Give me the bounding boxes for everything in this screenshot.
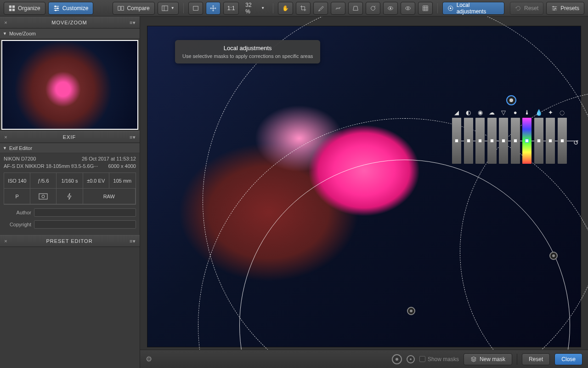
separator (183, 3, 184, 13)
show-masks-label: Show masks (428, 356, 459, 362)
eq-slider[interactable] (522, 118, 531, 164)
mask-handle[interactable] (407, 307, 415, 315)
presets-button[interactable]: Presets (546, 2, 584, 15)
spot-tool[interactable] (366, 2, 380, 15)
eq-slider[interactable] (534, 118, 543, 164)
eq-slider[interactable] (487, 118, 497, 164)
eq-slider[interactable] (558, 118, 567, 164)
panel-title: EXIF (9, 134, 130, 140)
hand-tool[interactable]: ✋ (278, 2, 293, 15)
sliders-icon (53, 5, 60, 12)
presets-label: Presets (560, 5, 579, 12)
svg-rect-8 (121, 6, 124, 10)
mask-handle[interactable] (549, 252, 558, 260)
microcontrast-icon[interactable]: ◉ (475, 109, 485, 116)
eq-slider[interactable] (452, 118, 461, 164)
svg-rect-3 (12, 8, 15, 11)
close-label: Close (561, 356, 576, 362)
visibility-tool[interactable] (401, 2, 415, 15)
exposure-icon[interactable]: ◢ (452, 109, 461, 116)
eq-slider[interactable] (464, 118, 473, 164)
bottom-reset-button[interactable]: Reset (522, 353, 550, 365)
close-icon[interactable]: × (3, 238, 9, 244)
mask-point-button[interactable] (392, 354, 402, 364)
move-tool-button[interactable] (206, 2, 220, 15)
equalizer-reset-icon[interactable]: ↺ (573, 139, 579, 146)
exif-format: RAW (83, 189, 136, 204)
perspective-tool[interactable] (348, 2, 363, 15)
redeye-tool[interactable] (383, 2, 398, 15)
crop-tool[interactable] (296, 2, 311, 15)
vibrancy-icon[interactable]: ☁ (487, 109, 497, 116)
image-canvas[interactable]: Local adjustments Use selective masks to… (147, 26, 581, 347)
author-field[interactable] (34, 208, 136, 217)
reset-icon (515, 5, 521, 12)
panel-title: MOVE/ZOOM (9, 20, 130, 25)
zoom-dropdown[interactable]: 32 % ▼ (242, 2, 268, 15)
adjustment-point[interactable] (506, 95, 516, 105)
saturation-icon[interactable]: ▽ (499, 109, 508, 116)
subheader-label: Exif Editor (9, 145, 32, 151)
panel-menu-icon[interactable]: ≡▾ (130, 134, 137, 140)
eyedropper-icon (317, 5, 324, 12)
chevron-down-icon: ▼ (261, 6, 265, 10)
copyright-field[interactable] (34, 220, 136, 229)
horizon-icon (335, 5, 341, 12)
clearview-icon[interactable]: ● (511, 109, 520, 116)
tooltip-body: Use selective masks to apply corrections… (182, 53, 313, 59)
fit-button[interactable] (188, 2, 203, 15)
image-viewer[interactable]: Local adjustments Use selective masks to… (140, 17, 588, 368)
sharpness-icon[interactable]: ✦ (546, 109, 555, 116)
movezoom-subheader[interactable]: ▼ Move/Zoom (0, 29, 140, 39)
horizon-tool[interactable] (331, 2, 345, 15)
svg-point-14 (390, 7, 391, 9)
layers-icon (470, 356, 477, 362)
exif-lens: AF-S DX NIKKOR 18-105mm f/3.5-5.6G··· (4, 163, 98, 169)
svg-point-4 (54, 5, 56, 7)
layout-dropdown[interactable]: ▼ (158, 2, 179, 15)
grid-tool[interactable] (418, 2, 433, 15)
mask-point-button-small[interactable] (407, 355, 415, 363)
exif-panel-header: × EXIF ≡▾ (0, 131, 140, 143)
svg-rect-22 (39, 194, 47, 199)
redeye-icon (387, 5, 394, 12)
reset-label: Reset (529, 356, 543, 362)
warmth-icon[interactable]: 🌡 (522, 109, 531, 116)
eq-slider[interactable] (475, 118, 485, 164)
exif-subheader[interactable]: ▼ Exif Editor (0, 143, 140, 153)
svg-rect-11 (193, 6, 198, 10)
subheader-label: Move/Zoom (9, 31, 36, 36)
close-button[interactable]: Close (554, 353, 582, 365)
left-sidebar: × MOVE/ZOOM ≡▾ ▼ Move/Zoom × EXIF ≡▾ ▼ E… (0, 17, 140, 368)
panel-menu-icon[interactable]: ≡▾ (130, 20, 137, 26)
eq-slider[interactable] (499, 118, 508, 164)
contrast-icon[interactable]: ◐ (464, 109, 473, 116)
mask-inner-circle[interactable] (239, 160, 570, 368)
tint-icon[interactable]: 💧 (534, 109, 543, 116)
customize-button[interactable]: Customize (48, 2, 94, 15)
tooltip-title: Local adjustments (182, 45, 313, 52)
equalizer-sliders: ↺ (452, 118, 567, 164)
customize-label: Customize (62, 5, 89, 12)
blur-icon[interactable]: ◌ (558, 109, 567, 116)
local-adjustments-button[interactable]: Local adjustments (442, 2, 504, 15)
new-mask-button[interactable]: New mask (464, 353, 512, 365)
crop-icon (300, 5, 306, 12)
navigator-thumbnail[interactable] (1, 40, 138, 130)
exif-iso: ISO 140 (4, 173, 30, 189)
close-icon[interactable]: × (3, 20, 9, 25)
gear-icon[interactable]: ⚙ (146, 355, 152, 363)
svg-point-20 (555, 7, 556, 9)
compare-button[interactable]: Compare (113, 2, 154, 15)
panel-menu-icon[interactable]: ≡▾ (130, 238, 137, 244)
zoom-1-1-button[interactable]: 1:1 (223, 2, 239, 15)
copyright-label: Copyright (4, 222, 31, 227)
close-icon[interactable]: × (3, 134, 9, 140)
eyedropper-tool[interactable] (313, 2, 328, 15)
eq-slider[interactable] (546, 118, 555, 164)
reset-button[interactable]: Reset (510, 2, 543, 15)
eq-slider[interactable] (511, 118, 520, 164)
show-masks-checkbox[interactable]: Show masks (419, 356, 459, 362)
mask-outer-circle[interactable] (203, 17, 588, 368)
organize-button[interactable]: Organize (4, 2, 45, 15)
